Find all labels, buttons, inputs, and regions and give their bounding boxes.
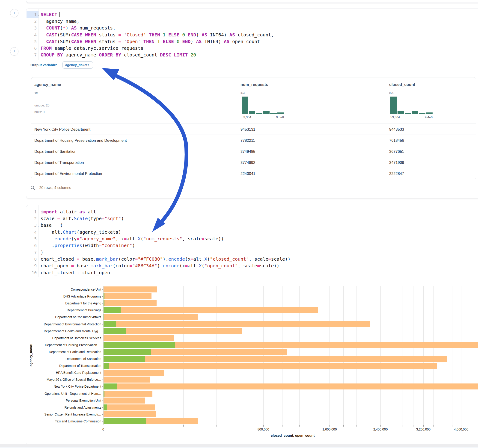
y-axis-tick <box>102 380 103 380</box>
code-line[interactable]: 6FROM sample_data.nyc.service_requests <box>26 45 478 52</box>
add-cell-button-top[interactable]: + <box>10 9 19 17</box>
code-token: chart_closed <box>41 256 77 262</box>
previous-cell-edge <box>26 0 478 3</box>
y-axis-tick <box>102 394 103 394</box>
code-line[interactable]: 7) <box>26 249 478 256</box>
code-line[interactable]: 2scale = alt.Scale(type="sqrt") <box>26 215 478 222</box>
code-token: (x <box>179 263 185 268</box>
code-line[interactable]: 6 .properties(width="container") <box>26 242 478 249</box>
add-cell-button-mid[interactable]: + <box>10 47 19 56</box>
x-axis-tick <box>443 425 443 427</box>
y-axis-tick <box>102 352 103 352</box>
x-axis-tick <box>216 425 217 427</box>
code-token: INT64) <box>202 39 224 44</box>
gridline <box>315 286 315 425</box>
code-token: ) <box>65 25 71 31</box>
x-axis-tick <box>329 425 330 427</box>
code-line[interactable]: 3⌄base = ( <box>26 222 478 229</box>
line-number: 5 <box>26 38 37 45</box>
code-token: Scale <box>74 216 88 221</box>
code-text: FROM sample_data.nyc.service_requests <box>41 45 143 52</box>
chevron-down-icon[interactable]: ⌄ <box>37 222 39 229</box>
chevron-down-icon[interactable]: ⌄ <box>37 11 39 18</box>
code-line[interactable]: 2 agency_name, <box>26 18 478 25</box>
code-line[interactable]: 1⌄SELECT <box>26 11 478 18</box>
code-token: "sqrt" <box>104 216 121 221</box>
code-line[interactable]: 8chart_closed = base.mark_bar(color="#FF… <box>26 256 478 262</box>
output-variable-label: Output variable: <box>31 63 57 67</box>
code-line[interactable]: 5 .encode(y="agency_name", x=alt.X("num_… <box>26 236 478 242</box>
code-token: num_requests, <box>77 25 116 31</box>
column-header[interactable]: num_requests <box>240 82 268 87</box>
line-number: 5 <box>26 236 37 242</box>
code-token: FROM <box>41 45 52 51</box>
histogram-max-label: 9.4e6 <box>412 115 433 119</box>
code-text: import altair as alt <box>41 209 96 215</box>
code-token: = <box>102 216 104 221</box>
code-token: = <box>129 263 132 268</box>
code-line[interactable]: 4 CAST(SUM(CASE WHEN status = 'Closed' T… <box>26 31 478 38</box>
code-token: status <box>96 39 118 44</box>
table-cell: 7618456 <box>389 135 404 146</box>
code-token <box>121 39 124 44</box>
code-token: alt. <box>188 263 199 268</box>
y-axis-tick <box>102 400 103 401</box>
table-row: Department of Environmental Protection22… <box>31 168 476 179</box>
column-header[interactable]: agency_name <box>34 82 61 87</box>
y-axis-label: Department of Sanitation <box>26 357 101 361</box>
code-token: CASE <box>71 32 82 37</box>
line-number: 10 <box>26 269 37 276</box>
code-token: ) <box>196 32 201 37</box>
line-number: 1 <box>26 11 37 18</box>
code-token: = <box>77 236 80 242</box>
y-axis-tick <box>102 359 103 359</box>
code-token: AS <box>229 32 235 37</box>
gridline <box>433 286 434 425</box>
table-cell: 2222847 <box>389 168 404 179</box>
chart-plot-area <box>103 286 478 425</box>
x-axis-tick-label: 3,200,000 <box>416 428 430 431</box>
code-line[interactable]: 4 alt.Chart(agency_tickets) <box>26 229 478 236</box>
x-axis-tick-label: 4,000,000 <box>454 428 468 431</box>
x-axis-line <box>103 425 478 425</box>
code-token: CASE <box>71 39 82 44</box>
code-token: = <box>57 216 60 221</box>
column-header[interactable]: closed_count <box>389 82 415 87</box>
code-line[interactable]: 7GROUP BY agency_name ORDER BY closed_co… <box>26 52 478 58</box>
code-token: DESC <box>160 52 171 58</box>
gridline <box>343 286 344 425</box>
code-text: SELECT <box>41 11 60 18</box>
code-line[interactable]: 10chart_closed + chart_open <box>26 269 478 276</box>
line-number: 4 <box>26 31 37 38</box>
python-cell: 1import altair as alt2scale = alt.Scale(… <box>26 205 478 445</box>
bar-closed_count <box>104 356 447 362</box>
code-token: , scale <box>249 256 268 262</box>
sql-code-editor[interactable]: 1⌄SELECT2 agency_name,3 COUNT(*) AS num_… <box>26 9 478 60</box>
cells-gap <box>0 444 478 447</box>
code-token <box>121 32 124 37</box>
code-line[interactable]: 9chart_open = base.mark_bar(color="#8BC3… <box>26 262 478 269</box>
code-line[interactable]: 1import altair as alt <box>26 209 478 215</box>
python-code-editor[interactable]: 1import altair as alt2scale = alt.Scale(… <box>26 205 478 277</box>
code-token: WHEN <box>85 32 96 37</box>
gridline <box>299 286 300 425</box>
code-line[interactable]: 3 COUNT(*) AS num_requests, <box>26 25 478 31</box>
table-row: New York City Police Department945313194… <box>31 124 476 135</box>
output-variable-pill[interactable]: agency_tickets <box>63 61 93 69</box>
code-token: "#8BC34A" <box>132 263 157 268</box>
x-axis-tick <box>423 425 424 427</box>
code-text: CAST(SUM(CASE WHEN status = 'Closed' THE… <box>41 31 274 38</box>
table-cell: 3774892 <box>240 157 255 168</box>
table-row-count: 20 rows, 4 columns <box>39 186 71 190</box>
code-token <box>179 32 182 37</box>
bar-open_count <box>104 342 175 348</box>
search-icon[interactable] <box>31 184 35 193</box>
code-token: base <box>41 222 54 228</box>
code-token: X <box>138 236 141 242</box>
table-cell: Department of Environmental Protection <box>34 168 102 179</box>
code-text: scale = alt.Scale(type="sqrt") <box>41 215 124 222</box>
code-text: chart_closed + chart_open <box>41 269 110 276</box>
code-token: SELECT <box>41 12 57 17</box>
code-line[interactable]: 5 CAST(SUM(CASE WHEN status = 'Open' THE… <box>26 38 478 45</box>
bar-open_count <box>104 384 117 389</box>
